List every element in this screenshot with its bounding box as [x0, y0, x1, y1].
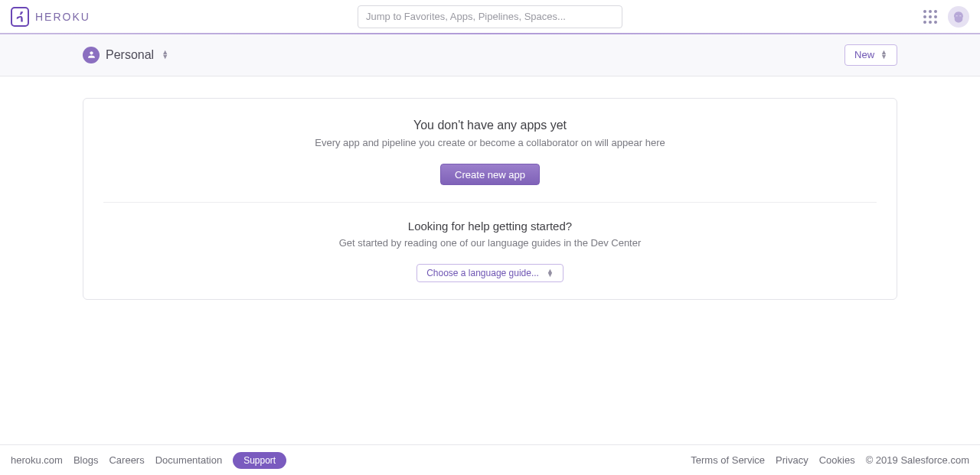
user-avatar[interactable]	[948, 6, 969, 28]
topbar-right	[923, 6, 969, 28]
support-button[interactable]: Support	[233, 452, 286, 469]
footer-link-tos[interactable]: Terms of Service	[691, 454, 765, 466]
new-button-label: New	[854, 49, 874, 60]
new-button[interactable]: New ▲▼	[844, 44, 897, 66]
chevron-updown-icon: ▲▼	[880, 50, 887, 59]
create-app-button[interactable]: Create new app	[440, 164, 540, 185]
empty-state-card: You don't have any apps yet Every app an…	[83, 98, 897, 300]
empty-title: You don't have any apps yet	[96, 119, 884, 132]
footer-link-privacy[interactable]: Privacy	[776, 454, 808, 466]
empty-subtitle: Every app and pipeline you create or bec…	[96, 137, 884, 148]
create-app-label: Create new app	[455, 169, 525, 181]
heroku-icon	[11, 7, 29, 27]
footer-link-careers[interactable]: Careers	[109, 454, 144, 466]
workspace-label: Personal	[106, 48, 154, 62]
help-title: Looking for help getting started?	[96, 220, 884, 233]
search-input[interactable]	[358, 5, 622, 28]
support-label: Support	[243, 455, 276, 466]
chevron-updown-icon: ▲▼	[547, 269, 554, 278]
footer-link-blogs[interactable]: Blogs	[74, 454, 99, 466]
search-wrap	[358, 5, 622, 28]
apps-grid-icon[interactable]	[923, 10, 937, 24]
brand-logo[interactable]: HEROKU	[11, 7, 90, 27]
language-guide-label: Choose a language guide...	[426, 268, 539, 278]
subbar: Personal ▲▼ New ▲▼	[0, 34, 980, 76]
footer-link-home[interactable]: heroku.com	[11, 454, 63, 466]
footer-link-docs[interactable]: Documentation	[155, 454, 222, 466]
footer: heroku.com Blogs Careers Documentation S…	[0, 444, 980, 475]
topbar: HEROKU	[0, 0, 980, 34]
brand-name: HEROKU	[35, 11, 90, 23]
help-subtitle: Get started by reading one of our langua…	[96, 237, 884, 249]
chevron-updown-icon: ▲▼	[162, 50, 168, 59]
divider	[103, 202, 877, 203]
ninja-avatar-icon	[952, 10, 965, 24]
main-content: You don't have any apps yet Every app an…	[0, 76, 980, 321]
language-guide-button[interactable]: Choose a language guide... ▲▼	[416, 264, 564, 282]
footer-link-cookies[interactable]: Cookies	[819, 454, 855, 466]
footer-right: Terms of Service Privacy Cookies © 2019 …	[691, 454, 969, 466]
footer-left: heroku.com Blogs Careers Documentation S…	[11, 452, 286, 469]
workspace-selector[interactable]: Personal ▲▼	[83, 47, 168, 63]
person-icon	[83, 47, 100, 63]
footer-copyright: © 2019 Salesforce.com	[866, 454, 969, 466]
